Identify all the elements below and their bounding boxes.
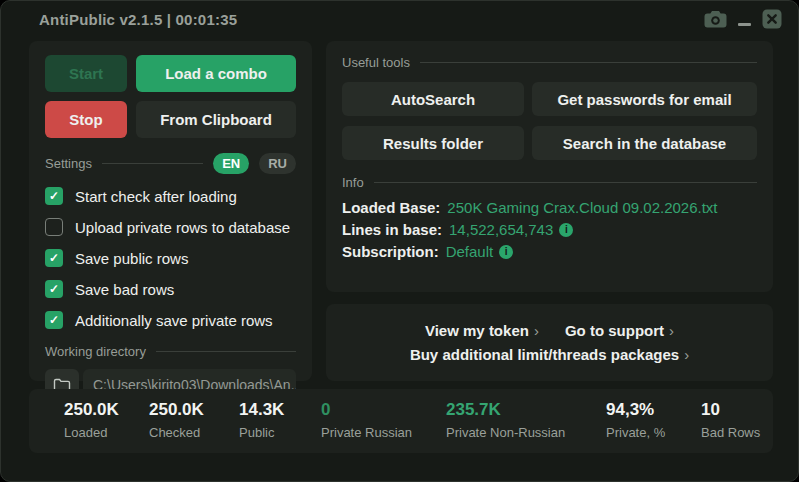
checkbox-upload-private-rows[interactable]: Upload private rows to database [45,218,296,236]
window-title: AntiPublic v2.1.5 | 00:01:35 [39,11,237,28]
working-directory-header: Working directory [45,344,296,359]
search-database-button[interactable]: Search in the database [532,126,757,160]
settings-label: Settings [45,156,92,171]
checkbox-unchecked-icon [45,218,63,236]
chevron-right-icon: › [669,322,674,339]
lang-ru-toggle[interactable]: RU [259,153,296,174]
useful-tools-grid: AutoSearch Get passwords for email Resul… [342,82,757,160]
tools-info-panel: Useful tools AutoSearch Get passwords fo… [326,41,773,292]
checkbox-save-public-rows[interactable]: Save public rows [45,249,296,267]
checkbox-checked-icon [45,311,63,329]
stat-loaded: 250.0K Loaded [64,400,149,453]
autosearch-button[interactable]: AutoSearch [342,82,524,116]
stat-public: 14.3K Public [239,400,321,453]
stat-bad-rows: 10 Bad Rows [701,400,760,453]
close-icon[interactable] [762,9,782,29]
chevron-right-icon: › [684,346,689,363]
checkbox-checked-icon [45,280,63,298]
start-button[interactable]: Start [45,55,127,92]
divider-line [420,62,757,63]
info-row-lines-in-base: Lines in base: 14,522,654,743 [342,221,757,238]
useful-tools-header: Useful tools [342,55,757,70]
minimize-icon[interactable] [738,13,751,26]
stat-private-russian: 0 Private Russian [321,400,446,453]
divider-line [374,182,757,183]
info-icon[interactable] [499,245,513,259]
settings-header: Settings EN RU [45,153,296,174]
view-my-token-link[interactable]: View my token› [425,322,539,339]
load-combo-button[interactable]: Load a combo [136,55,296,92]
stat-private-percent: 94,3% Private, % [606,400,701,453]
results-folder-button[interactable]: Results folder [342,126,524,160]
links-row-1: View my token› Go to support› [326,322,773,339]
titlebar-icons [704,9,782,29]
divider-line [156,351,296,352]
stat-private-non-russian: 235.7K Private Non-Russian [446,400,606,453]
from-clipboard-button[interactable]: From Clipboard [136,101,296,138]
info-row-subscription: Subscription: Default [342,243,757,260]
stop-button[interactable]: Stop [45,101,127,138]
links-panel: View my token› Go to support› Buy additi… [326,304,773,381]
divider-line [102,163,203,164]
info-row-loaded-base: Loaded Base: 250K Gaming Crax.Cloud 09.0… [342,199,757,216]
stop-buttons-row: Stop From Clipboard [45,101,296,138]
go-to-support-link[interactable]: Go to support› [565,322,674,339]
useful-tools-label: Useful tools [342,55,410,70]
working-directory-label: Working directory [45,344,146,359]
checkbox-checked-icon [45,187,63,205]
chevron-right-icon: › [534,322,539,339]
info-rows: Loaded Base: 250K Gaming Crax.Cloud 09.0… [342,199,757,260]
info-header: Info [342,175,757,190]
lang-en-toggle[interactable]: EN [213,153,249,174]
checkbox-save-bad-rows[interactable]: Save bad rows [45,280,296,298]
links-row-2: Buy additional limit/threads packages› [326,346,773,363]
app-window: AntiPublic v2.1.5 | 00:01:35 Start Lo [0,0,799,482]
screenshot-camera-icon[interactable] [704,10,727,28]
control-panel: Start Load a combo Stop From Clipboard S… [29,41,312,381]
stats-panel: 250.0K Loaded 250.0K Checked 14.3K Publi… [29,389,773,453]
get-passwords-button[interactable]: Get passwords for email [532,82,757,116]
stat-checked: 250.0K Checked [149,400,239,453]
buy-packages-link[interactable]: Buy additional limit/threads packages› [410,346,689,363]
checkbox-start-check-after-loading[interactable]: Start check after loading [45,187,296,205]
info-label: Info [342,175,364,190]
info-icon[interactable] [559,223,573,237]
run-buttons-row: Start Load a combo [45,55,296,92]
checkbox-checked-icon [45,249,63,267]
titlebar: AntiPublic v2.1.5 | 00:01:35 [1,1,798,37]
checkbox-additionally-save-private-rows[interactable]: Additionally save private rows [45,311,296,329]
